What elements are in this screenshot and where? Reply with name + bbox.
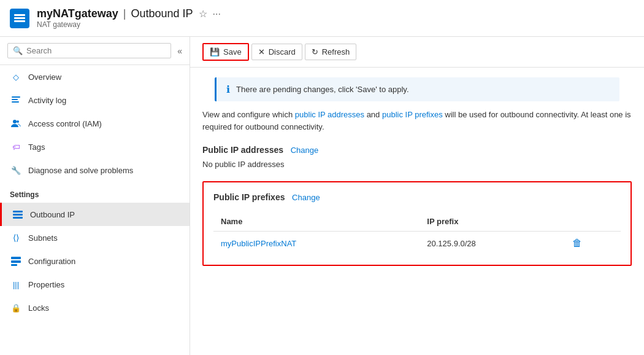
svg-rect-8 [13, 211, 23, 213]
sidebar-item-overview[interactable]: ◇ Overview [0, 65, 190, 88]
ip-prefixes-change-link[interactable]: Change [292, 193, 320, 202]
svg-rect-5 [12, 101, 19, 103]
resource-icon [10, 9, 29, 28]
title-separator: | [123, 7, 126, 20]
info-message: There are pending changes, click 'Save' … [236, 85, 409, 94]
delete-icon[interactable]: 🗑 [572, 238, 582, 248]
col-name: Name [213, 212, 420, 232]
save-label: Save [223, 47, 242, 57]
collapse-button[interactable]: « [177, 46, 182, 56]
prefix-name-link[interactable]: myPublicIPPrefixNAT [221, 239, 296, 248]
more-options-icon[interactable]: ··· [212, 9, 220, 20]
description-text: View and configure which public IP addre… [202, 109, 632, 133]
subnets-icon: ⟨⟩ [10, 232, 22, 244]
refresh-label: Refresh [322, 47, 350, 57]
save-button[interactable]: 💾 Save [202, 43, 249, 61]
svg-point-7 [17, 120, 19, 123]
overview-icon: ◇ [10, 71, 22, 83]
sidebar-label-iam: Access control (IAM) [28, 119, 102, 128]
svg-rect-10 [13, 217, 23, 219]
content-body: ℹ There are pending changes, click 'Save… [190, 68, 644, 355]
sidebar-item-diagnose[interactable]: 🔧 Diagnose and solve problems [0, 158, 190, 182]
row-name: myPublicIPPrefixNAT [213, 232, 420, 256]
sidebar-label-diagnose: Diagnose and solve problems [28, 166, 133, 175]
sidebar-label-activity-log: Activity log [28, 96, 66, 105]
locks-icon: 🔒 [10, 302, 22, 314]
save-icon: 💾 [210, 47, 220, 57]
configuration-icon [10, 255, 22, 267]
discard-icon: ✕ [258, 47, 265, 57]
svg-rect-1 [14, 17, 25, 19]
iam-icon [10, 117, 22, 130]
page-title: Outbound IP [131, 7, 193, 20]
search-icon: 🔍 [13, 46, 23, 55]
col-actions [565, 212, 621, 232]
ip-prefixes-section-title: Public IP prefixes [213, 192, 285, 202]
tags-icon: 🏷 [10, 141, 22, 153]
no-public-ip-text: No public IP addresses [202, 160, 632, 169]
discard-button[interactable]: ✕ Discard [251, 44, 302, 60]
sidebar-item-subnets[interactable]: ⟨⟩ Subnets [0, 226, 190, 249]
outbound-ip-icon [12, 208, 24, 220]
toolbar: 💾 Save ✕ Discard ↻ Refresh [190, 37, 644, 68]
sidebar-label-locks: Locks [28, 303, 49, 313]
public-ip-section-title: Public IP addresses [202, 145, 283, 155]
sidebar-label-subnets: Subnets [28, 233, 58, 243]
refresh-icon: ↻ [312, 47, 318, 57]
svg-rect-13 [11, 264, 17, 266]
info-banner: ℹ There are pending changes, click 'Save… [215, 77, 619, 101]
activity-log-icon [10, 94, 22, 106]
public-ip-change-link[interactable]: Change [291, 146, 319, 155]
info-icon: ℹ [226, 84, 230, 95]
row-prefix: 20.125.9.0/28 [420, 232, 564, 256]
search-input[interactable] [26, 46, 166, 55]
sidebar-item-activity-log[interactable]: Activity log [0, 88, 190, 112]
content-area: 💾 Save ✕ Discard ↻ Refresh ℹ There are p… [190, 37, 644, 355]
public-ip-prefix-link[interactable]: public IP prefixes [382, 110, 443, 119]
svg-rect-3 [12, 96, 20, 98]
sidebar-item-tags[interactable]: 🏷 Tags [0, 135, 190, 158]
public-ip-section: Public IP addresses Change No public IP … [202, 145, 632, 169]
table-row: myPublicIPPrefixNAT 20.125.9.0/28 🗑 [213, 232, 621, 256]
sidebar-item-outbound-ip[interactable]: Outbound IP [0, 203, 190, 226]
diagnose-icon: 🔧 [10, 164, 22, 176]
sidebar-label-overview: Overview [28, 72, 61, 82]
row-delete[interactable]: 🗑 [565, 232, 621, 256]
settings-section-header: Settings [0, 182, 190, 203]
search-container: 🔍 « [0, 37, 190, 65]
svg-point-6 [13, 120, 17, 123]
sidebar: 🔍 « ◇ Overview Activity log Access contr… [0, 37, 190, 355]
svg-rect-11 [11, 257, 21, 259]
favorite-star[interactable]: ☆ [199, 8, 207, 20]
public-ip-prefixes-section: Public IP prefixes Change Name IP prefix [202, 181, 632, 266]
sidebar-label-tags: Tags [28, 142, 45, 152]
main-layout: 🔍 « ◇ Overview Activity log Access contr… [0, 37, 644, 355]
properties-icon: ||| [10, 278, 22, 291]
svg-rect-9 [13, 214, 23, 216]
title-group: myNATgateway | Outbound IP ☆ ··· NAT gat… [37, 7, 221, 29]
col-prefix: IP prefix [420, 212, 564, 232]
sidebar-label-configuration: Configuration [28, 257, 75, 266]
refresh-button[interactable]: ↻ Refresh [305, 44, 357, 60]
svg-rect-0 [14, 14, 25, 16]
sidebar-item-configuration[interactable]: Configuration [0, 249, 190, 273]
resource-type: NAT gateway [37, 20, 221, 29]
sidebar-item-locks[interactable]: 🔒 Locks [0, 296, 190, 319]
sidebar-item-iam[interactable]: Access control (IAM) [0, 112, 190, 135]
sidebar-label-properties: Properties [28, 280, 64, 289]
sidebar-item-properties[interactable]: ||| Properties [0, 273, 190, 296]
sidebar-label-outbound-ip: Outbound IP [30, 210, 75, 219]
ip-prefixes-table: Name IP prefix myPublicIPPrefixNAT 20.12… [213, 212, 621, 255]
search-box[interactable]: 🔍 [7, 43, 171, 58]
svg-rect-4 [12, 99, 18, 100]
svg-rect-2 [14, 20, 25, 22]
public-ip-link[interactable]: public IP addresses [295, 110, 364, 119]
page-header: myNATgateway | Outbound IP ☆ ··· NAT gat… [0, 0, 644, 37]
discard-label: Discard [269, 47, 296, 57]
resource-name: myNATgateway [37, 7, 118, 20]
svg-rect-12 [11, 260, 21, 263]
